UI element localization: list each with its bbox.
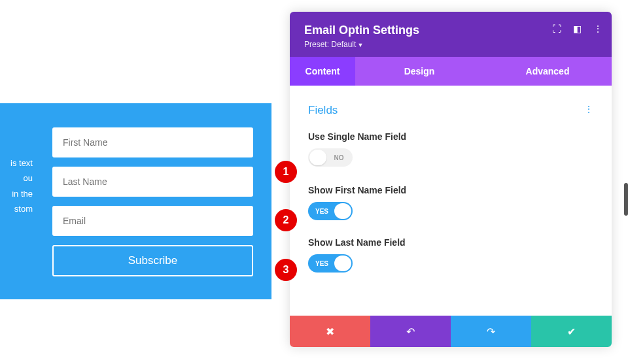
preset-label: Preset: Default [304, 40, 356, 49]
first-name-input[interactable] [52, 127, 253, 157]
last-name-input[interactable] [52, 167, 253, 197]
panel-body: Fields ⋮ Use Single Name Field NO Show F… [290, 86, 612, 316]
redo-button[interactable]: ↷ [451, 316, 531, 347]
preview-text-line: is text [0, 156, 33, 171]
annotation-badge-2: 2 [275, 209, 297, 231]
caret-down-icon: ▼ [357, 42, 363, 48]
scrollbar-thumb[interactable] [624, 183, 628, 216]
optin-preview: is text ou in the stom Subscribe [0, 103, 271, 299]
confirm-button[interactable]: ✔ [531, 316, 612, 347]
toggle-knob [309, 150, 326, 165]
toggle-last-name[interactable]: YES [308, 254, 353, 273]
preview-text-line: in the [0, 186, 33, 201]
toggle-knob [334, 203, 351, 219]
panel-header: Email Optin Settings Preset: Default▼ ⛶ … [290, 12, 612, 57]
preset-select[interactable]: Preset: Default▼ [304, 40, 599, 49]
preview-description: is text ou in the stom [0, 120, 33, 283]
preview-text-line: stom [0, 201, 33, 216]
field-use-single-name: Use Single Name Field NO [308, 131, 593, 168]
subscribe-button[interactable]: Subscribe [52, 245, 253, 276]
field-label: Use Single Name Field [308, 131, 593, 142]
columns-icon[interactable]: ◧ [573, 24, 582, 34]
undo-button[interactable]: ↶ [370, 316, 451, 347]
field-show-last-name: Show Last Name Field YES [308, 237, 593, 273]
section-menu-icon[interactable]: ⋮ [584, 104, 593, 114]
settings-panel: Email Optin Settings Preset: Default▼ ⛶ … [290, 12, 612, 347]
preview-text-line: ou [0, 171, 33, 186]
optin-form: Subscribe [33, 120, 253, 283]
tab-content[interactable]: Content [290, 57, 355, 86]
toggle-value: NO [328, 154, 353, 161]
close-icon: ✖ [326, 325, 334, 338]
header-actions: ⛶ ◧ ⋮ [552, 24, 602, 34]
section-fields-title: Fields [308, 104, 593, 117]
email-input[interactable] [52, 206, 253, 236]
annotation-badge-1: 1 [275, 161, 297, 183]
undo-icon: ↶ [406, 325, 415, 338]
check-icon: ✔ [567, 325, 576, 338]
toggle-single-name[interactable]: NO [308, 148, 353, 167]
field-label: Show First Name Field [308, 185, 593, 195]
kebab-menu-icon[interactable]: ⋮ [593, 24, 602, 34]
tab-advanced[interactable]: Advanced [483, 57, 612, 86]
cancel-button[interactable]: ✖ [290, 316, 370, 347]
toggle-value: YES [308, 208, 333, 215]
annotation-badge-3: 3 [275, 259, 297, 281]
field-label: Show Last Name Field [308, 237, 593, 248]
toggle-first-name[interactable]: YES [308, 202, 353, 220]
panel-footer: ✖ ↶ ↷ ✔ [290, 316, 612, 347]
toggle-value: YES [308, 260, 333, 267]
tabs: Content Design Advanced [290, 57, 612, 86]
tab-design[interactable]: Design [355, 57, 483, 86]
redo-icon: ↷ [487, 325, 495, 338]
expand-icon[interactable]: ⛶ [552, 24, 561, 34]
field-show-first-name: Show First Name Field YES [308, 185, 593, 220]
toggle-knob [334, 256, 351, 271]
